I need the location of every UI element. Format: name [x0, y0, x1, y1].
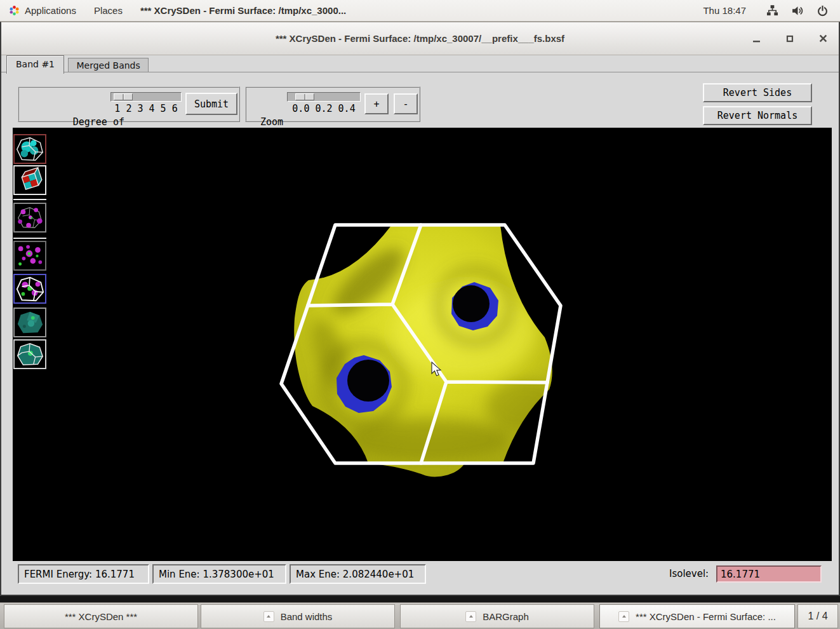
window-titlebar: *** XCrySDen - Fermi Surface: /tmp/xc_30… — [1, 22, 839, 55]
system-top-bar: Applications Places *** XCrySDen - Fermi… — [0, 0, 840, 22]
workspace-pager[interactable]: 1 / 4 — [797, 604, 838, 628]
tab-merged-bands[interactable]: Merged Bands — [68, 58, 148, 73]
desktop-gap — [0, 596, 840, 602]
window-icon — [618, 611, 629, 622]
revert-normals-button[interactable]: Revert Normals — [703, 106, 812, 125]
mouse-cursor-icon — [430, 362, 444, 378]
zoom-in-label: + — [373, 98, 379, 110]
thumbnail-6-image — [15, 309, 45, 336]
thumbnail-separator — [13, 199, 46, 200]
tab-merged-bands-label: Merged Bands — [76, 60, 140, 71]
thumbnail-5-image — [15, 275, 45, 302]
isolevel-label: Isolevel: — [669, 568, 709, 579]
minimize-icon — [752, 34, 761, 43]
topbar-active-window-menu[interactable]: *** XCrySDen - Fermi Surface: /tmp/xc_30… — [131, 0, 355, 21]
revert-sides-label: Revert Sides — [723, 87, 792, 98]
thumbnail-solid-teal-surface[interactable] — [13, 308, 46, 337]
zoom-step-slider-handle[interactable] — [295, 93, 314, 100]
thumbnail-2-image — [15, 166, 45, 194]
zoom-in-button[interactable]: + — [364, 93, 389, 114]
revert-sides-button[interactable]: Revert Sides — [703, 83, 812, 102]
applications-label: Applications — [25, 5, 76, 16]
task-band-widths[interactable]: Band widths — [201, 604, 395, 628]
thumbnail-7-image — [15, 341, 45, 368]
thumbnail-cyan-wireframe-surface[interactable] — [13, 134, 46, 164]
fermi-surface-viewport[interactable] — [13, 128, 832, 561]
thumbnail-4-image — [15, 242, 45, 269]
applications-menu[interactable]: Applications — [0, 0, 85, 21]
window-title: *** XCrySDen - Fermi Surface: /tmp/xc_30… — [276, 33, 564, 44]
min-energy-label: Min Ene: 1.378300e+01 — [159, 569, 274, 580]
max-energy-label: Max Ene: 2.082440e+01 — [296, 569, 414, 580]
thumbnail-red-cyan-cube[interactable] — [13, 165, 46, 195]
thumbnail-teal-wireframe-surface[interactable] — [13, 339, 46, 369]
thumbnail-separator — [13, 238, 46, 239]
power-icon[interactable] — [817, 4, 829, 17]
xcrysden-fermi-surface-window: *** XCrySDen - Fermi Surface: /tmp/xc_30… — [0, 22, 840, 596]
interpolation-slider[interactable] — [110, 92, 182, 102]
brillouin-zone-scene — [13, 128, 832, 561]
zoom-label-line1: Zoom — [250, 116, 283, 128]
maximize-button[interactable] — [783, 32, 797, 46]
revert-normals-label: Revert Normals — [717, 110, 797, 121]
task-xcrysden-main-label: *** XCrySDen *** — [65, 611, 137, 622]
zoom-step-frame: Zoom Step: 0.0 0.2 0.4 + - — [245, 86, 420, 122]
window-icon — [263, 611, 274, 622]
thumbnail-magenta-green-pockets[interactable] — [13, 241, 46, 271]
tab-band-1[interactable]: Band #1 — [6, 55, 64, 74]
tab-band-1-label: Band #1 — [16, 59, 55, 69]
thumbnail-1-image — [15, 135, 45, 163]
submit-button-label: Submit — [194, 98, 229, 110]
task-band-widths-label: Band widths — [281, 611, 333, 622]
interpolation-slider-handle[interactable] — [114, 93, 133, 100]
network-icon[interactable] — [766, 4, 778, 17]
fermi-energy-field: FERMI Energy: 16.1771 — [18, 564, 149, 584]
places-label: Places — [94, 5, 123, 16]
max-energy-field: Max Ene: 2.082440e+01 — [290, 564, 426, 584]
applications-icon — [9, 5, 20, 16]
task-bargraph[interactable]: BARGraph — [400, 604, 594, 628]
interpolation-frame: Degree of Interpolation: 1 2 3 4 5 6 Sub… — [18, 86, 240, 122]
task-fermi-surface[interactable]: *** XCrySDen - Fermi Surface: ... — [599, 604, 795, 628]
zoom-out-label: - — [403, 98, 408, 110]
submit-button[interactable]: Submit — [185, 93, 237, 115]
interpolation-label-line1: Degree of — [23, 116, 124, 128]
task-xcrysden-main[interactable]: *** XCrySDen *** — [4, 604, 198, 628]
close-icon — [818, 34, 828, 43]
task-bargraph-label: BARGraph — [483, 611, 529, 622]
window-icon — [465, 611, 476, 622]
thumbnail-wireframe-pockets[interactable] — [13, 274, 46, 304]
band-tabbar: Band #1 Merged Bands — [1, 55, 839, 72]
zoom-step-slider[interactable] — [287, 92, 361, 102]
min-energy-field: Min Ene: 1.378300e+01 — [152, 564, 286, 584]
isolevel-input[interactable] — [716, 565, 822, 583]
topbar-active-window-label: *** XCrySDen - Fermi Surface: /tmp/xc_30… — [140, 5, 346, 16]
volume-icon[interactable] — [791, 5, 804, 17]
maximize-icon — [785, 34, 794, 43]
interpolation-ticks: 1 2 3 4 5 6 — [110, 103, 182, 114]
thumbnail-3-image — [15, 204, 45, 231]
zoom-out-button[interactable]: - — [394, 93, 418, 114]
fermi-energy-label: FERMI Energy: 16.1771 — [24, 569, 135, 580]
clock[interactable]: Thu 18:47 — [694, 0, 755, 21]
task-fermi-surface-label: *** XCrySDen - Fermi Surface: ... — [636, 611, 776, 622]
minimize-button[interactable] — [750, 32, 764, 46]
places-menu[interactable]: Places — [85, 0, 131, 21]
workspace-pager-label: 1 / 4 — [808, 611, 827, 622]
thumbnail-magenta-blobs-wireframe[interactable] — [13, 203, 46, 233]
close-button[interactable] — [816, 32, 830, 46]
clock-label: Thu 18:47 — [703, 5, 746, 16]
zoom-step-ticks: 0.0 0.2 0.4 — [287, 103, 361, 114]
band1-panel: Degree of Interpolation: 1 2 3 4 5 6 Sub… — [1, 72, 839, 594]
window-list-taskbar: *** XCrySDen *** Band widths BARGraph **… — [0, 602, 840, 629]
